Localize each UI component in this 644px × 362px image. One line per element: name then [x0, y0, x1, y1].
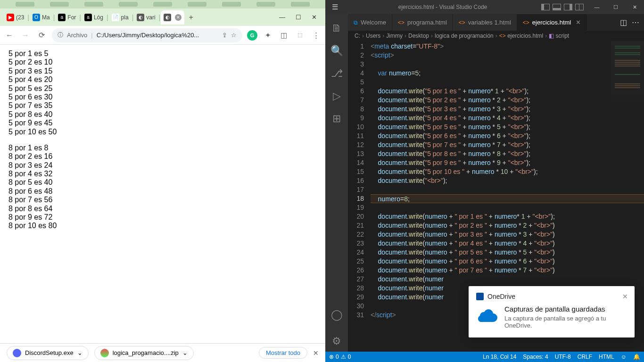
layout-icons[interactable]	[541, 4, 587, 10]
close-tab-icon[interactable]: ✕	[576, 19, 581, 26]
editor-tab[interactable]: <>variables 1.html	[453, 14, 517, 31]
code-line[interactable]: document.write(numero + " por 5 es " + n…	[371, 248, 644, 257]
code-line[interactable]: document.write("5 por 8 es " + numero * …	[371, 149, 644, 158]
reload-button[interactable]: ⟳	[36, 30, 47, 41]
browser-tab[interactable]: aFor	[55, 10, 79, 25]
run-debug-icon[interactable]: ▷	[325, 86, 348, 107]
browser-tab[interactable]: ◐✕	[161, 10, 184, 25]
win-maximize-icon[interactable]: ☐	[606, 0, 625, 14]
code-line[interactable]: document.write(numero + " por 4 es " + n…	[371, 239, 644, 248]
breadcrumb-item[interactable]: ◧ script	[549, 33, 569, 39]
more-icon[interactable]: ⋯	[632, 18, 639, 27]
browser-tab[interactable]: ◐vari	[134, 10, 158, 25]
code-line[interactable]	[371, 185, 644, 194]
code-line[interactable]	[371, 203, 644, 212]
win-maximize-icon[interactable]: ☐	[296, 14, 301, 21]
download-item[interactable]: DiscordSetup.exe ⌄	[7, 346, 89, 360]
grammarly-icon[interactable]: G	[247, 30, 257, 41]
layout-bottom-icon[interactable]	[553, 4, 561, 10]
notifications-icon[interactable]: 🔔	[633, 354, 640, 360]
code-line[interactable]	[371, 60, 644, 69]
win-minimize-icon[interactable]: —	[587, 0, 606, 14]
split-editor-icon[interactable]: ◫	[620, 18, 627, 27]
breadcrumb-item[interactable]: <> ejercicios.html	[499, 33, 543, 39]
code-line[interactable]: numero=8;	[371, 194, 644, 203]
feedback-icon[interactable]: ☺	[621, 354, 627, 360]
breadcrumb-item[interactable]: Desktop	[408, 33, 429, 39]
close-tab-icon[interactable]: ✕	[175, 14, 182, 21]
breadcrumb-item[interactable]: C:	[355, 33, 360, 39]
code-line[interactable]: document.write(numero + " por 1 es " + n…	[371, 212, 644, 221]
code-line[interactable]: document.write("5 por 6 es " + numero * …	[371, 132, 644, 140]
accounts-icon[interactable]: ◯	[325, 304, 348, 325]
hamburger-icon[interactable]: ☰	[325, 3, 344, 11]
extensions-icon[interactable]: ✦	[262, 30, 273, 41]
lang-status[interactable]: HTML	[599, 354, 614, 360]
win-minimize-icon[interactable]: —	[279, 14, 285, 21]
close-shelf-icon[interactable]: ✕	[313, 349, 319, 357]
chevron-down-icon[interactable]: ⌄	[182, 349, 188, 356]
sidepanel-icon[interactable]: ◫	[278, 30, 289, 41]
editor-tab[interactable]: <>ejercicios.html✕	[517, 14, 587, 31]
desktop-decor	[0, 0, 325, 8]
code-line[interactable]: document.write(numero + " por 2 es " + n…	[371, 221, 644, 230]
layout-right-icon[interactable]	[564, 4, 572, 10]
browser-tab[interactable]: ▶(23	[4, 10, 27, 25]
code-line[interactable]: document.write("5 por 5 es " + numero * …	[371, 123, 644, 132]
code-line[interactable]: document.write("5 por 9 es " + numero * …	[371, 158, 644, 167]
share-icon[interactable]: ⇪	[222, 32, 227, 39]
show-all-downloads[interactable]: Mostrar todo	[259, 347, 307, 359]
close-icon[interactable]: ✕	[622, 293, 628, 300]
breadcrumb-item[interactable]: logica de programación	[435, 33, 494, 39]
profile-icon[interactable]: ⬚	[294, 30, 305, 41]
code-line[interactable]: document.write("5 por 10 es " + numero *…	[371, 167, 644, 176]
code-line[interactable]: document.write(numero + " por 7 es " + n…	[371, 266, 644, 275]
code-line[interactable]: document.write(numero + " por 3 es " + n…	[371, 230, 644, 239]
settings-gear-icon[interactable]: ⚙	[325, 331, 348, 352]
code-line[interactable]: document.write(numer	[371, 275, 644, 284]
code-line[interactable]: document.write("<br>");	[371, 176, 644, 185]
code-line[interactable]: var numero=5;	[371, 69, 644, 78]
explorer-icon[interactable]: 🗎	[325, 18, 348, 39]
win-close-icon[interactable]: ✕	[625, 0, 644, 14]
search-icon[interactable]: 🔍	[325, 41, 348, 61]
star-icon[interactable]: ☆	[231, 32, 237, 39]
browser-tab[interactable]: 📄pla	[109, 10, 132, 25]
code-line[interactable]	[371, 78, 644, 87]
code-line[interactable]: document.write("5 por 3 es " + numero * …	[371, 105, 644, 114]
code-line[interactable]: <meta charset="UTF-8">	[371, 42, 644, 51]
breadcrumbs[interactable]: C:›Users›Jimmy›Desktop›logica de program…	[348, 31, 644, 41]
new-tab-button[interactable]: +	[184, 11, 198, 24]
editor-tab[interactable]: ⧉Welcome	[348, 14, 392, 31]
code-line[interactable]: <script>	[371, 51, 644, 60]
win-close-icon[interactable]: ✕	[312, 14, 317, 21]
problems-indicator[interactable]: ⊗0 ⚠0	[329, 354, 351, 360]
code-line[interactable]: document.write(numero + " por 6 es " + n…	[371, 257, 644, 266]
breadcrumb-item[interactable]: Users	[366, 33, 380, 39]
minimap[interactable]	[611, 41, 644, 126]
eol-status[interactable]: CRLF	[578, 354, 592, 360]
code-line[interactable]: document.write("5 por 2 es " + numero * …	[371, 96, 644, 105]
layout-split-icon[interactable]	[575, 4, 584, 10]
output-line: 5 por 1 es 5	[8, 49, 317, 58]
indent-status[interactable]: Spaces: 4	[523, 354, 548, 360]
browser-tab[interactable]: OMa	[30, 10, 53, 25]
breadcrumb-item[interactable]: Jimmy	[386, 33, 403, 39]
extensions-icon[interactable]: ⊞	[325, 108, 348, 129]
layout-left-icon[interactable]	[541, 4, 550, 10]
onedrive-toast[interactable]: ✕ OneDrive Capturas de pantalla guardada…	[469, 286, 635, 337]
cursor-position[interactable]: Ln 18, Col 14	[483, 354, 516, 360]
browser-tab[interactable]: aLóg	[82, 10, 106, 25]
chevron-down-icon[interactable]: ⌄	[77, 349, 83, 356]
code-line[interactable]: document.write("5 por 4 es " + numero * …	[371, 114, 644, 123]
code-line[interactable]: document.write("5 por 1 es " + numero* 1…	[371, 87, 644, 96]
back-button[interactable]: ←	[4, 30, 15, 41]
menu-icon[interactable]: ⋮	[310, 30, 322, 41]
encoding-status[interactable]: UTF-8	[555, 354, 571, 360]
address-bar[interactable]: ⓘ Archivo | C:/Users/Jimmy/Desktop/logic…	[52, 28, 242, 42]
source-control-icon[interactable]: ⎇	[325, 63, 348, 84]
forward-button[interactable]: →	[20, 30, 31, 41]
code-line[interactable]: document.write("5 por 7 es " + numero * …	[371, 140, 644, 149]
editor-tab[interactable]: <>programa.html	[392, 14, 453, 31]
download-item[interactable]: logica_progamacio....zip ⌄	[94, 346, 194, 360]
